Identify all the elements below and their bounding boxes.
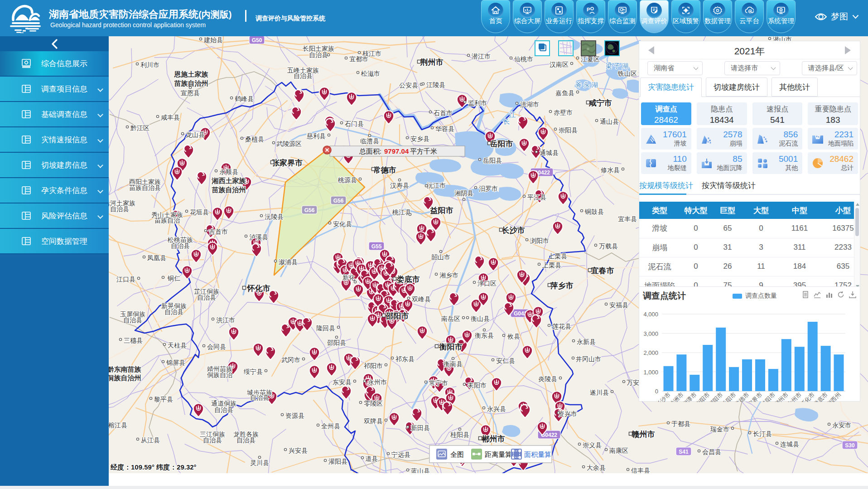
svg-text:梁 子 湖: 梁 子 湖 bbox=[606, 62, 628, 69]
svg-text:万载县: 万载县 bbox=[599, 242, 618, 250]
svg-text:桃江县: 桃江县 bbox=[392, 208, 411, 216]
svg-text:自治县: 自治县 bbox=[171, 242, 190, 249]
svg-text:桃源县: 桃源县 bbox=[338, 176, 357, 184]
svg-text:枝江市: 枝江市 bbox=[362, 50, 381, 57]
svg-text:永州市: 永州市 bbox=[786, 391, 803, 402]
svg-text:建始县: 建始县 bbox=[203, 36, 223, 44]
svg-text:自治县: 自治县 bbox=[164, 308, 183, 315]
svg-text:苗族自治: 苗族自治 bbox=[154, 217, 180, 224]
svg-text:东安县: 东安县 bbox=[333, 378, 352, 386]
svg-text:自治县: 自治县 bbox=[203, 436, 222, 444]
svg-text:长汀县: 长汀县 bbox=[753, 430, 772, 437]
svg-text:永兴县: 永兴县 bbox=[487, 405, 506, 412]
svg-text:渌口区: 渌口区 bbox=[477, 280, 497, 287]
svg-text:黎平县: 黎平县 bbox=[154, 396, 173, 403]
svg-text:侗族自治州: 侗族自治州 bbox=[109, 374, 141, 382]
svg-text:苗族自治州: 苗族自治州 bbox=[174, 79, 208, 87]
svg-text:慈利县: 慈利县 bbox=[307, 132, 326, 140]
svg-text:新化: 新化 bbox=[342, 274, 355, 281]
svg-text:井冈山市: 井冈山市 bbox=[576, 355, 601, 363]
svg-text:江夏区: 江夏区 bbox=[581, 55, 600, 63]
svg-text:松滋市: 松滋市 bbox=[361, 70, 380, 77]
svg-text:自治县: 自治县 bbox=[236, 436, 256, 444]
svg-text:于都县: 于都县 bbox=[671, 420, 690, 427]
svg-text:安仁县: 安仁县 bbox=[496, 357, 515, 364]
svg-text:凤凰县: 凤凰县 bbox=[147, 254, 166, 261]
svg-text:赤壁市: 赤壁市 bbox=[554, 109, 573, 116]
svg-text:黔东南苗族: 黔东南苗族 bbox=[109, 365, 142, 373]
svg-text:灵川县: 灵川县 bbox=[250, 459, 269, 466]
svg-text:锦屏县: 锦屏县 bbox=[166, 359, 185, 366]
svg-text:南岳区: 南岳区 bbox=[441, 315, 460, 322]
svg-text:华容县: 华容县 bbox=[435, 125, 454, 132]
svg-text:邵阳市: 邵阳市 bbox=[708, 391, 724, 402]
svg-text:溆浦县: 溆浦县 bbox=[279, 258, 298, 266]
svg-text:沅陵县: 沅陵县 bbox=[265, 213, 284, 220]
svg-text:邵阳县: 邵阳县 bbox=[327, 339, 346, 346]
svg-text:隆回县: 隆回县 bbox=[316, 324, 335, 332]
svg-text:天柱县: 天柱县 bbox=[168, 342, 187, 349]
svg-text:吉首市: 吉首市 bbox=[209, 228, 228, 235]
svg-text:双牌县: 双牌县 bbox=[364, 417, 383, 425]
svg-text:祁阳市: 祁阳市 bbox=[363, 362, 383, 369]
svg-text:铜鼓县: 铜鼓县 bbox=[584, 208, 604, 215]
svg-text:衡山县: 衡山县 bbox=[471, 315, 490, 322]
svg-text:全州县: 全州县 bbox=[321, 422, 340, 430]
svg-text:连城县: 连城县 bbox=[780, 441, 799, 448]
svg-text:监利市: 监利市 bbox=[468, 99, 487, 107]
svg-text:绥宁县: 绥宁县 bbox=[244, 368, 263, 375]
svg-text:安福县: 安福县 bbox=[609, 301, 628, 309]
svg-text:宁远县: 宁远县 bbox=[391, 451, 410, 458]
svg-text:临澧县: 临澧县 bbox=[360, 137, 379, 145]
svg-text:永安市: 永安市 bbox=[832, 421, 851, 429]
svg-text:鹤峰县: 鹤峰县 bbox=[235, 95, 254, 102]
svg-text:经度：109.59° 纬度：29.32°: 经度：109.59° 纬度：29.32° bbox=[110, 463, 197, 471]
svg-text:距离量算: 距离量算 bbox=[485, 450, 512, 458]
svg-text:平江县: 平江县 bbox=[527, 194, 546, 201]
svg-text:赣州市: 赣州市 bbox=[632, 430, 655, 439]
svg-text:荆州市: 荆州市 bbox=[420, 58, 444, 67]
svg-text:岳阳县: 岳阳县 bbox=[483, 157, 502, 164]
svg-text:张家界市: 张家界市 bbox=[272, 158, 303, 167]
svg-text:P: P bbox=[587, 7, 590, 12]
svg-text:资兴市: 资兴市 bbox=[558, 410, 577, 417]
svg-text:全图: 全图 bbox=[450, 450, 464, 458]
svg-text:石门县: 石门县 bbox=[345, 120, 364, 127]
svg-text:攸县: 攸县 bbox=[507, 333, 520, 340]
svg-text:武冈市: 武冈市 bbox=[281, 356, 300, 363]
svg-text:苗族自治县: 苗族自治县 bbox=[129, 184, 161, 191]
svg-text:大余县: 大余县 bbox=[587, 464, 606, 471]
svg-text:零陵区: 零陵区 bbox=[364, 400, 383, 407]
svg-text:宣恩县: 宣恩县 bbox=[181, 89, 200, 97]
svg-text:泸溪县: 泸溪县 bbox=[249, 233, 268, 241]
svg-text:修水县: 修水县 bbox=[600, 166, 620, 174]
svg-text:武陵源区: 武陵源区 bbox=[276, 140, 302, 147]
svg-text:苗族自治州: 苗族自治州 bbox=[212, 186, 246, 194]
svg-text:祁东县: 祁东县 bbox=[395, 355, 415, 363]
svg-text:江口县: 江口县 bbox=[116, 276, 135, 283]
svg-text:常德市: 常德市 bbox=[373, 166, 396, 174]
svg-text:上栗县: 上栗县 bbox=[548, 252, 567, 260]
svg-text:沅江市: 沅江市 bbox=[427, 182, 446, 189]
svg-text:花垣县: 花垣县 bbox=[190, 208, 209, 216]
svg-text:洪湖市: 洪湖市 bbox=[520, 101, 539, 108]
svg-text:瑞金市: 瑞金市 bbox=[710, 426, 729, 433]
svg-text:4,000: 4,000 bbox=[643, 311, 658, 318]
svg-text:浏阳市: 浏阳市 bbox=[530, 237, 549, 244]
svg-text:会同县: 会同县 bbox=[207, 343, 226, 350]
svg-text:9797.04: 9797.04 bbox=[384, 147, 409, 155]
svg-text:咸丰县: 咸丰县 bbox=[161, 114, 180, 121]
svg-text:自治县: 自治县 bbox=[214, 406, 233, 413]
svg-text:通山县: 通山县 bbox=[600, 118, 619, 125]
svg-text:面积量算: 面积量算 bbox=[524, 450, 551, 458]
svg-text:崇义县: 崇义县 bbox=[583, 441, 602, 449]
svg-text:自治县: 自治县 bbox=[309, 51, 328, 58]
svg-text:从江县: 从江县 bbox=[141, 436, 160, 444]
svg-text:莲花县: 莲花县 bbox=[552, 323, 571, 330]
svg-text:湘西土家族: 湘西土家族 bbox=[212, 177, 246, 184]
svg-text:怀化市: 怀化市 bbox=[247, 284, 270, 293]
svg-text:安乡县: 安乡县 bbox=[410, 135, 429, 142]
svg-text:南康区: 南康区 bbox=[609, 447, 628, 454]
svg-text:0: 0 bbox=[655, 388, 658, 395]
svg-text:衡阳市: 衡阳市 bbox=[439, 343, 463, 351]
